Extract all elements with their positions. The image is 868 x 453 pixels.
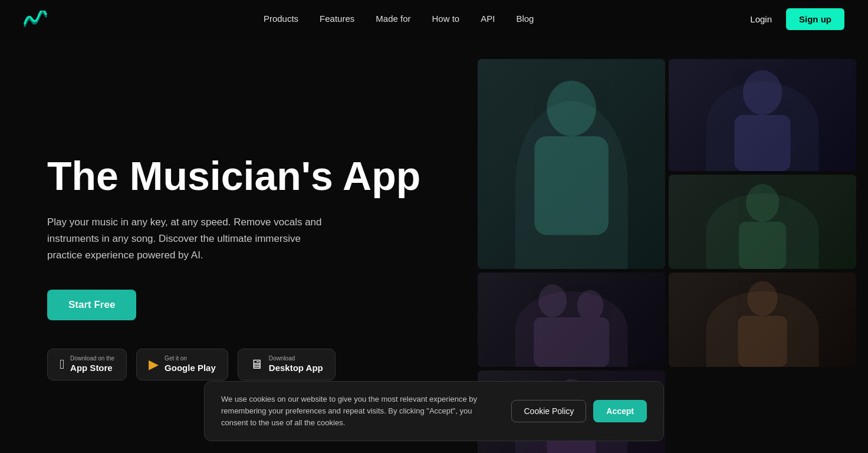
cookie-text: We use cookies on our website to give yo… — [221, 393, 499, 429]
nav-products[interactable]: Products — [264, 14, 298, 24]
appstore-button[interactable]:  Download on the App Store — [47, 349, 127, 380]
cookie-banner: We use cookies on our website to give yo… — [204, 381, 664, 441]
svg-rect-5 — [739, 222, 786, 269]
nav-made-for[interactable]: Made for — [376, 14, 410, 24]
cookie-policy-button[interactable]: Cookie Policy — [511, 400, 586, 422]
image-cell-4 — [478, 273, 665, 367]
musician-image-1 — [478, 59, 665, 269]
svg-point-4 — [746, 184, 779, 222]
nav-actions: Login Sign up — [750, 8, 844, 30]
svg-rect-3 — [734, 115, 790, 171]
image-cell-1 — [478, 59, 665, 269]
svg-point-9 — [747, 281, 777, 316]
musician-image-4 — [478, 273, 665, 367]
svg-rect-8 — [534, 317, 609, 367]
download-buttons:  Download on the App Store ▶ Get it on … — [47, 349, 478, 380]
musician-image-5 — [669, 273, 856, 367]
desktop-small-text: Download — [269, 355, 323, 362]
musician-image-2 — [669, 59, 856, 171]
svg-point-7 — [577, 290, 603, 321]
image-cell-3 — [669, 175, 856, 269]
svg-rect-1 — [534, 136, 609, 235]
nav-links: Products Features Made for How to API Bl… — [264, 14, 534, 24]
svg-point-2 — [743, 70, 782, 115]
svg-rect-10 — [738, 316, 787, 367]
image-cell-5 — [669, 273, 856, 367]
desktop-big-text: Desktop App — [269, 362, 323, 374]
navbar: Products Features Made for How to API Bl… — [0, 0, 868, 38]
nav-how-to[interactable]: How to — [432, 14, 460, 24]
desktop-icon: 🖥 — [250, 357, 263, 372]
signup-button[interactable]: Sign up — [786, 8, 844, 30]
svg-point-6 — [538, 284, 567, 317]
appstore-big-text: App Store — [70, 362, 114, 374]
cookie-accept-button[interactable]: Accept — [593, 400, 647, 422]
image-cell-2 — [669, 59, 856, 171]
start-free-button[interactable]: Start Free — [47, 290, 136, 320]
hero-title: The Musician's App — [47, 155, 478, 197]
login-button[interactable]: Login — [750, 14, 772, 24]
apple-icon:  — [60, 357, 64, 372]
svg-point-0 — [547, 81, 596, 136]
appstore-small-text: Download on the — [70, 355, 114, 362]
googleplay-big-text: Google Play — [165, 362, 216, 374]
googleplay-small-text: Get it on — [165, 355, 216, 362]
hero-description: Play your music in any key, at any speed… — [47, 214, 330, 264]
googleplay-button[interactable]: ▶ Get it on Google Play — [136, 349, 228, 380]
nav-blog[interactable]: Blog — [516, 14, 534, 24]
play-icon: ▶ — [149, 357, 159, 372]
cookie-buttons: Cookie Policy Accept — [511, 400, 647, 422]
nav-features[interactable]: Features — [320, 14, 354, 24]
musician-image-3 — [669, 175, 856, 269]
nav-api[interactable]: API — [481, 14, 495, 24]
desktop-button[interactable]: 🖥 Download Desktop App — [238, 349, 336, 380]
logo[interactable] — [24, 11, 47, 27]
